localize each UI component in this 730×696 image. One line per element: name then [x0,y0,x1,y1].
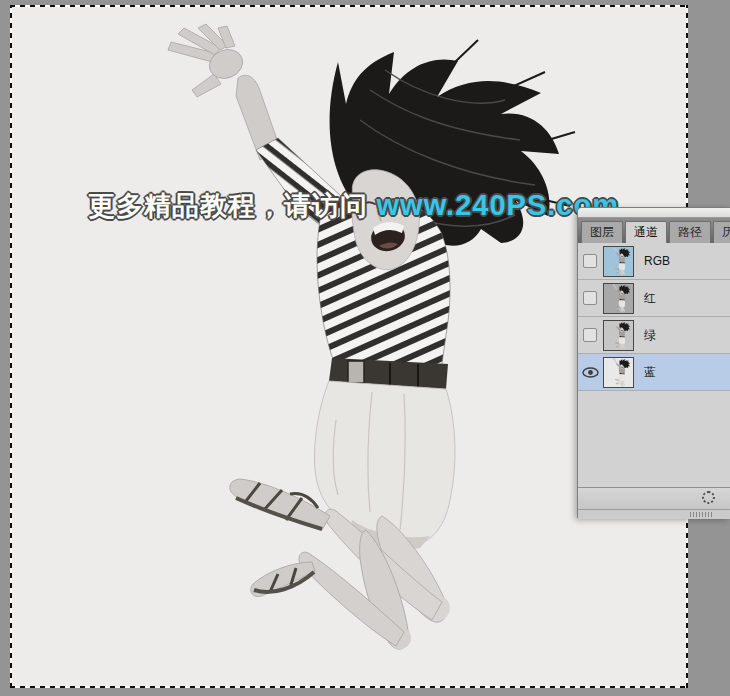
panel-drag-bar[interactable] [578,208,730,218]
panel-empty-area [578,391,730,487]
tab-layers[interactable]: 图层 [581,221,623,243]
panel-footer [578,487,730,509]
eye-icon [582,367,599,378]
selection-ants-top [10,5,688,7]
watermark-text: 更多精品教程，请访问 [88,191,368,221]
channel-label: 红 [644,290,656,307]
channel-thumbnail-green[interactable] [603,320,634,351]
channel-thumbnail-rgb[interactable] [603,246,634,277]
visibility-checkbox-icon [583,328,597,342]
visibility-checkbox-icon [583,291,597,305]
selection-ants-left [10,5,12,688]
watermark: 更多精品教程，请访问 www.240PS.com [88,188,619,224]
channel-label: 蓝 [644,364,656,381]
channel-label: RGB [644,254,670,268]
photoshop-workspace: { "window": { "pasteboard_color": "#9494… [0,0,730,696]
channel-row-blue[interactable]: 蓝 [578,354,730,391]
visibility-toggle-rgb[interactable] [578,254,602,268]
selection-ants-bottom [10,686,688,688]
channels-panel: 图层 通道 路径 历史记录 RGB 红 绿 [577,207,730,518]
visibility-toggle-blue[interactable] [578,367,602,378]
channel-row-rgb[interactable]: RGB [578,243,730,280]
visibility-toggle-red[interactable] [578,291,602,305]
channel-thumbnail-red[interactable] [603,283,634,314]
tab-history[interactable]: 历史记录 [713,221,730,243]
tab-channels[interactable]: 通道 [625,221,667,243]
resize-grip-icon[interactable] [690,512,714,517]
panel-tab-bar: 图层 通道 路径 历史记录 [578,218,730,243]
load-channel-as-selection-icon[interactable] [702,491,715,504]
channel-thumbnail-blue[interactable] [603,357,634,388]
channel-label: 绿 [644,327,656,344]
visibility-checkbox-icon [583,254,597,268]
tab-paths[interactable]: 路径 [669,221,711,243]
visibility-toggle-green[interactable] [578,328,602,342]
panel-bottom-edge [578,509,730,519]
channel-row-red[interactable]: 红 [578,280,730,317]
channel-list: RGB 红 绿 [578,243,730,391]
channel-row-green[interactable]: 绿 [578,317,730,354]
